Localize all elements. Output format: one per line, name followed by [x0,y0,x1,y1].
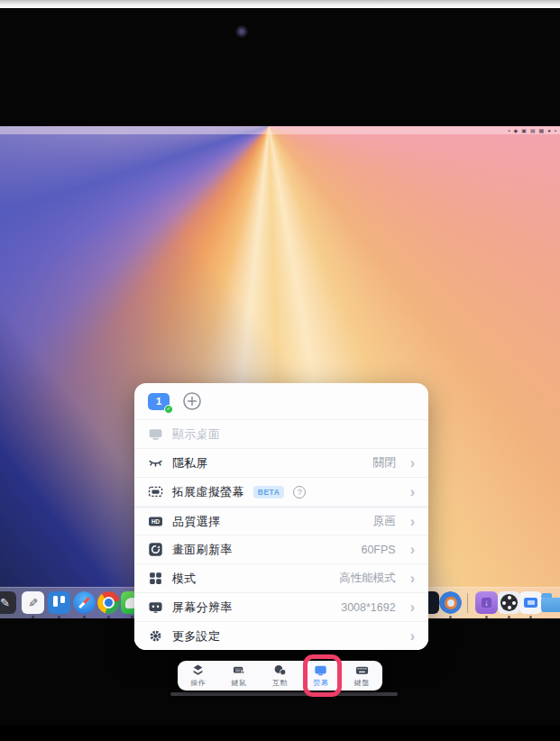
menu-item-value: 高性能模式 [339,571,396,586]
status-icon-1[interactable]: ▪ [508,128,510,133]
menu-item-resolution[interactable]: 屏幕分辨率 3008*1692 › [134,592,428,621]
photo-top-border [0,0,560,8]
menu-item-value: 關閉 [373,455,396,471]
status-icon-3[interactable]: ▣ [521,128,527,133]
photo-of-tablet: ▪◆▣▤▦●▪ ✎✎↓ 1 ✓ 顯示桌面 隱私屏 關閉 › [0,0,560,741]
toolbar-item-label: 鍵盤 [354,678,370,688]
screen-settings-popup: 1 ✓ 顯示桌面 隱私屏 關閉 › 拓展虛擬螢幕 BETA ? › [134,383,428,650]
dock-icon-downloader-app[interactable]: ↓ [475,591,498,614]
chevron-right-icon: › [410,456,415,471]
connected-display-icon[interactable]: 1 ✓ [148,393,170,410]
dock-icon-texteditor-app[interactable]: ✎ [22,591,44,614]
display-number: 1 [156,396,161,407]
toolbar-item-keyboard[interactable]: 鍵盤 [344,663,379,688]
menu-item-label: 屏幕分辨率 [172,599,233,616]
chevron-right-icon: › [410,543,415,557]
chevron-right-icon: › [410,515,415,529]
menu-item-label: 顯示桌面 [172,426,220,443]
home-indicator[interactable] [170,692,398,696]
gear-icon [148,628,163,644]
toolbar-item-label: 互動 [272,678,288,688]
menu-item-label: 品質選擇 [172,514,220,530]
beta-badge: BETA [253,486,285,499]
running-indicator [32,616,34,618]
dock-icon-chrome[interactable] [97,591,120,614]
keyboard-mouse-icon [233,663,246,677]
dock-icon-boards-app[interactable] [48,591,70,614]
chevron-right-icon: › [410,600,415,615]
menu-item-grid[interactable]: 模式 高性能模式 › [134,563,428,592]
menu-item-hd[interactable]: HD 品質選擇 原画 › [134,506,428,535]
help-icon[interactable]: ? [293,486,306,499]
toolbar-item-layers[interactable]: 操作 [181,663,216,688]
toolbar-item-interact[interactable]: 互動 [262,663,297,688]
resolution-icon [148,599,163,615]
dock-icon-downloads-folder[interactable] [541,591,560,614]
eye-closed-icon [148,455,163,471]
dock-icon-safari[interactable] [73,591,96,614]
popup-header: 1 ✓ [134,383,428,419]
status-icon-5[interactable]: ▦ [539,128,545,133]
running-indicator [508,616,510,618]
dock-icon-notes-pen-app[interactable]: ✎ [0,591,16,614]
dock-icon-screen-share-app[interactable] [519,591,542,614]
toolbar-item-keyboard-mouse[interactable]: 鍵鼠 [222,663,256,688]
grid-icon [148,571,163,586]
running-indicator [58,616,60,618]
interact-icon [273,663,287,677]
chevron-right-icon: › [410,485,415,499]
display-icon [148,426,163,442]
toolbar-item-label: 鍵鼠 [232,678,247,688]
running-indicator [107,616,110,618]
menu-item-label: 隱私屏 [172,455,208,471]
svg-text:HD: HD [151,518,161,525]
keyboard-icon [355,663,369,677]
dock-icon-swirl-app[interactable] [439,591,462,614]
menu-item-virtual-display[interactable]: 拓展虛擬螢幕 BETA ? › [134,477,428,506]
remote-menu-bar: ▪◆▣▤▦●▪ [0,126,560,134]
hd-icon: HD [148,514,163,529]
menu-item-value: 原画 [373,514,396,529]
status-icon-4[interactable]: ▤ [530,128,536,133]
menu-item-label: 畫面刷新率 [172,542,233,558]
menu-item-label: 更多設定 [172,628,220,645]
session-toolbar: 操作 鍵鼠 互動 熒幕 鍵盤 [178,661,382,691]
menu-item-label: 模式 [172,571,197,587]
running-indicator [485,616,488,618]
running-indicator [83,616,86,618]
connected-check-icon: ✓ [164,405,173,414]
status-icon-6[interactable]: ● [547,128,551,133]
toolbar-item-label: 操作 [190,678,206,688]
chevron-right-icon: › [410,629,415,644]
status-icon-7[interactable]: ▪ [555,128,556,133]
running-indicator [131,616,133,618]
menu-item-display: 顯示桌面 [134,419,428,448]
running-indicator [529,616,532,618]
running-indicator [449,616,452,618]
virtual-display-icon [148,484,163,499]
refresh-icon [148,542,163,557]
status-icon-2[interactable]: ◆ [514,128,519,133]
chevron-right-icon: › [410,572,415,586]
add-display-button[interactable] [182,391,202,411]
front-camera [235,25,248,38]
menu-item-eye-closed[interactable]: 隱私屏 關閉 › [134,448,428,477]
menu-item-refresh[interactable]: 畫面刷新率 60FPS › [134,535,428,563]
layers-icon [191,663,205,677]
dock-separator [467,593,468,613]
menu-item-label: 拓展虛擬螢幕 [172,484,244,500]
menu-item-value: 3008*1692 [341,601,395,614]
menu-item-gear[interactable]: 更多設定 › [134,621,428,650]
menu-item-value: 60FPS [361,544,395,556]
annotation-highlight-screen-button [303,654,342,697]
dock-icon-film-reel-app[interactable] [498,591,520,614]
